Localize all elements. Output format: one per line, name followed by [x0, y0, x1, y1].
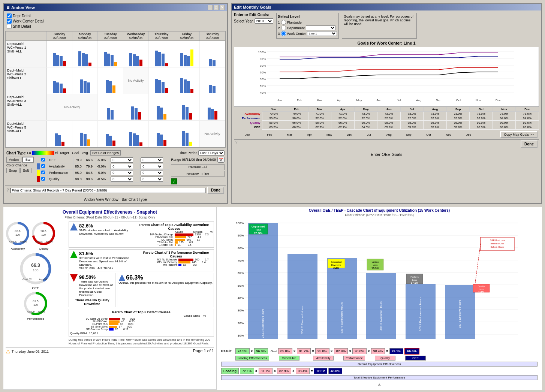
perf-checkbox[interactable] [41, 171, 45, 174]
snap-btn[interactable]: Snap [6, 168, 19, 173]
footer-date: Thursday, June 09, 2011 [12, 350, 49, 353]
svg-text:Based on Act.: Based on Act. [490, 242, 504, 245]
cell-p3-sat [200, 94, 225, 120]
set-color-ranges-btn[interactable]: Set Color Ranges [90, 150, 121, 156]
copy-may-goals-btn[interactable]: Copy May Goals >> [500, 131, 538, 138]
green-check-btn[interactable]: ✓ [171, 178, 177, 184]
defect-row-3: BS-Paint Run420.23 [70, 323, 213, 325]
range-row: Range 05/31/09 thru 06/06/09 📅 [171, 157, 225, 163]
maximize-btn[interactable]: □ [214, 5, 219, 10]
redraw-filter-btn[interactable]: ReDraw - Filter [171, 171, 225, 177]
time-period-select[interactable]: Last 7 Days [198, 150, 225, 156]
perf-header: Performance [343, 356, 365, 361]
work-center-checkbox[interactable]: Work Center Detail [7, 19, 224, 24]
svg-text:May: May [356, 99, 362, 102]
oee-triangle-icon [118, 274, 125, 281]
svg-text:Avg 99: Avg 99 [20, 241, 27, 243]
qual-gauge-wrap: 98.5 100 Goal 99 Avg 99 Quality [31, 221, 56, 250]
goals-chart: 100% 90% 80% 70% 60% 50% 40% Ja [234, 47, 539, 107]
pareto-avail-row-5: TL-Tester Fail910.5 [136, 244, 213, 246]
minimize-btn[interactable]: _ [208, 5, 213, 10]
teep-filter: Filter Criteria: (Prod Date 12/01/06 - 1… [220, 213, 539, 217]
no-quality-downtime: There was No Quality Downtime [70, 298, 114, 306]
close-btn[interactable]: ✕ [220, 5, 225, 10]
defect-pareto-headers: Cause Units % [70, 314, 213, 317]
perf-act-box: 82.9% [334, 348, 348, 354]
oee-gauge-wrap: 66.3 100 Goal 52 Avg 99 OEE [6, 252, 66, 290]
andon-toggle-btn[interactable]: Andon [6, 157, 21, 163]
avail-delta-select[interactable]: 0 [141, 164, 163, 169]
cell-p1-thu [149, 41, 174, 67]
avail-range-select[interactable]: 0 [111, 164, 133, 169]
perf-gauge-wrap: 81.5 100 Goal 84 Avg 99 Performance [6, 292, 66, 320]
row-label-press1: Dept=MoldWC=Press 1Shift=ALL [6, 41, 47, 67]
avail-gauge-svg: 82.6 100 Goal 52 Avg 99 [6, 221, 30, 246]
range-calendar-btn[interactable]: 📅 [217, 157, 225, 163]
perf-range-select[interactable]: 0 [111, 170, 133, 175]
level-3-radio[interactable] [281, 31, 286, 36]
cell-p5-sun [47, 121, 72, 147]
select-year-label: Select Year [234, 19, 253, 23]
wc-select[interactable]: Line 1 [307, 31, 337, 36]
svg-text:70%: 70% [238, 259, 244, 262]
teep-x1: X [255, 369, 258, 373]
teep-footer-icon: ⚠ [378, 383, 381, 387]
controls-row2: Andon Bar Color Change Snap Soft [6, 157, 225, 184]
qual-range-select[interactable]: 0 [111, 177, 133, 182]
pareto-avail-rows: MP-Tooling Change13287.3 PR-Sensor Fail7… [136, 233, 213, 246]
planned-box: 74.5% [235, 348, 250, 354]
day-header-1: Monday02/04/08 [72, 31, 98, 40]
pareto-avail-row-4: TE-Motor Fail1950.9 [136, 241, 213, 244]
teep-panel: Overall OEE / TEEP - Cascade Chart of Eq… [217, 207, 542, 390]
year-select[interactable]: 2010 [255, 18, 273, 24]
level-2-radio[interactable] [281, 25, 286, 30]
pareto-avail-row-1: MP-Tooling Change13287.3 [136, 233, 213, 236]
svg-text:Jun: Jun [377, 99, 382, 102]
oee-goal-result: 79.1% [389, 348, 404, 354]
defect-pareto-section: Pareto Chart of Top 5 Defect Causes Caus… [69, 309, 214, 337]
bottom-apr: Apr [299, 133, 319, 136]
level-2-option: 2 Department [278, 25, 337, 30]
avail-row-label: Availability [234, 112, 262, 116]
oee-row-label: OEE [234, 125, 262, 130]
gauges-col: 82.6 100 Goal 52 Avg 99 Availability 98.… [6, 221, 66, 346]
result-tables: Result 74.5% X 96.8% Goal 85.0% X 81.7% … [220, 346, 539, 382]
oee-range-select[interactable]: 0 [111, 157, 133, 163]
oee-gauge-label: OEE [6, 286, 66, 290]
avail-checkbox[interactable] [41, 164, 45, 168]
svg-text:80%: 80% [260, 64, 266, 67]
level-1-radio[interactable] [281, 20, 286, 25]
qual-checkbox[interactable] [41, 177, 45, 181]
svg-text:40%: 40% [238, 296, 244, 300]
qual-delta-select[interactable]: 0 [141, 177, 163, 182]
qual-goal-box: 98.0% [352, 348, 367, 354]
perf-desc: 39* minutes were lost to Performance Dow… [79, 256, 138, 266]
oee-checkbox[interactable] [41, 158, 45, 162]
teep-perf-val: 82.9% [277, 368, 291, 374]
pareto-avail-row-2: PR-Sensor Fail7474.1 [136, 236, 213, 238]
chart-header: Sunday02/03/08 Monday02/04/08 Tuesday02/… [6, 31, 225, 41]
redraw-all-btn[interactable]: ReDraw - All [171, 164, 225, 170]
svg-text:Scheduled: Scheduled [331, 261, 341, 263]
oee-header: OEE [405, 356, 426, 361]
oee-val: 79.9 [74, 157, 85, 163]
cell-p5-sat-noact: No Activity [200, 121, 225, 147]
soft-btn[interactable]: Soft [20, 168, 31, 173]
svg-text:Sep: Sep [436, 99, 442, 102]
level-1-option: 1 Plantwide [278, 20, 337, 25]
warning-icon: ⚠ [6, 349, 10, 355]
svg-text:100: 100 [33, 304, 38, 306]
goals-done-btn[interactable]: Done [521, 141, 538, 148]
svg-text:60%: 60% [238, 271, 244, 275]
perf-row-label: Performance [234, 116, 262, 121]
cell-p1-sat [200, 41, 225, 67]
dept-detail-checkbox[interactable]: Dept Detail [7, 13, 224, 18]
pareto-perf-row-2: MP-Late Delivery2451.4 [139, 261, 213, 263]
bar-toggle-btn[interactable]: Bar [22, 157, 34, 163]
oee-label-bar: Overall Equipment Effectiveness [221, 362, 538, 367]
shift-detail-checkbox[interactable]: Shift Detail [7, 24, 224, 29]
dept-select[interactable] [306, 25, 336, 30]
oee-delta-select[interactable]: 0 [141, 157, 163, 163]
perf-delta-select[interactable]: 0 [141, 170, 163, 175]
andon-done-btn[interactable]: Done [207, 187, 224, 194]
